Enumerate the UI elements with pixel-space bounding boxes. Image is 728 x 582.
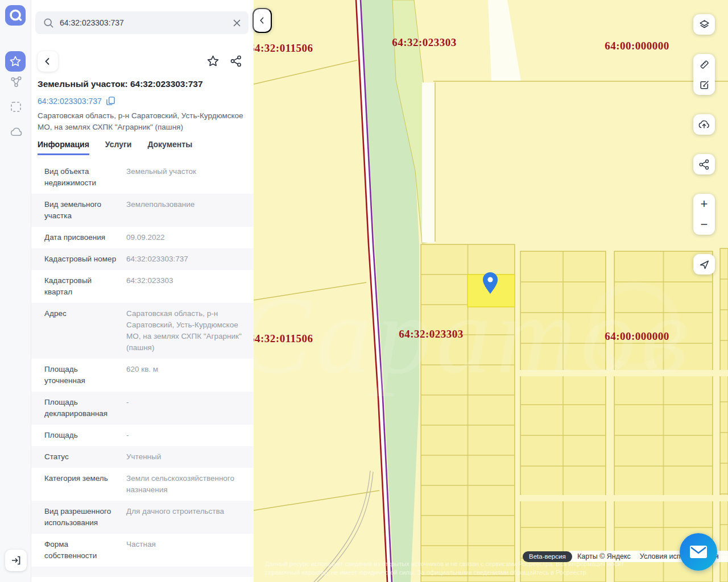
sidebar-item-cloud[interactable] xyxy=(9,125,23,139)
table-row: Вид земельного участкаЗемлепользование xyxy=(31,194,254,227)
favorite-button[interactable] xyxy=(206,55,220,68)
clear-search-icon[interactable] xyxy=(233,19,241,27)
table-row: Площадь декларированная- xyxy=(31,392,254,425)
chevron-left-icon xyxy=(42,56,53,67)
upload-button[interactable] xyxy=(693,114,715,135)
beta-badge: Beta-версия xyxy=(523,551,572,562)
logout-button[interactable] xyxy=(5,550,27,571)
tab-bar: Информация Услуги Документы xyxy=(38,140,192,155)
quarter-label: 64:32:011506 xyxy=(254,332,313,344)
back-button[interactable] xyxy=(38,51,58,72)
exit-icon xyxy=(10,555,22,566)
dashed-square-icon xyxy=(10,101,22,113)
sidebar-item-favorites[interactable] xyxy=(5,51,26,72)
disclaimer-line: справочный характер, не имеет юридическо… xyxy=(265,569,663,576)
table-row: Категория земельЗемли сельскохозяйственн… xyxy=(31,468,254,501)
quarter-label: 64:00:000000 xyxy=(605,330,669,342)
app-logo[interactable] xyxy=(5,5,26,26)
map-share-button[interactable] xyxy=(693,154,715,174)
table-row: Площадь уточненная620 кв. м xyxy=(31,359,254,392)
zoom-controls: + − xyxy=(693,194,715,235)
share-button[interactable] xyxy=(230,55,243,68)
measure-tools-group xyxy=(693,54,715,95)
app-window: Саратов 64:32:011506 64:32:023303 64:00:… xyxy=(0,0,728,582)
sidebar-item-objects[interactable] xyxy=(9,74,23,88)
disclaimer-line: Данный ресурс использует сведения из отк… xyxy=(265,560,663,567)
search-input[interactable] xyxy=(60,18,233,27)
ruler-icon xyxy=(698,59,710,70)
envelope-icon xyxy=(689,545,708,559)
cloud-upload-icon xyxy=(698,118,710,131)
tab-services[interactable]: Услуги xyxy=(105,140,132,155)
parcel-grid-d[interactable] xyxy=(720,248,728,582)
draw-button[interactable] xyxy=(693,74,715,95)
nodes-icon xyxy=(10,75,23,88)
detail-panel: Земельный участок: 64:32:023303:737 64:3… xyxy=(31,0,254,582)
locate-button[interactable] xyxy=(693,254,715,275)
cadastral-number-link[interactable]: 64:32:023303:737 xyxy=(38,97,102,106)
icon-rail xyxy=(0,0,31,582)
table-row: Вид объекта недвижимостиЗемельный участо… xyxy=(31,161,254,194)
yandex-copyright[interactable]: Карты © Яндекс xyxy=(577,552,631,560)
parcel-address: Саратовская область, р-н Саратовский, Ус… xyxy=(38,110,248,133)
navigation-arrow-icon xyxy=(698,259,710,271)
share-icon xyxy=(230,55,243,68)
share-icon xyxy=(698,159,710,171)
table-row xyxy=(31,567,254,577)
quarter-label: 64:32:023303 xyxy=(399,328,464,340)
page-title: Земельный участок: 64:32:023303:737 xyxy=(38,79,248,89)
cloud-icon xyxy=(10,126,23,139)
star-icon xyxy=(206,55,220,68)
info-table: Вид объекта недвижимостиЗемельный участо… xyxy=(31,161,254,577)
table-row: Площадь- xyxy=(31,425,254,446)
copy-icon[interactable] xyxy=(106,96,115,106)
layers-icon xyxy=(698,19,710,31)
table-row: АдресСаратовская область, р-н Саратовски… xyxy=(31,303,254,359)
table-row: Кадастровый квартал64:32:023303 xyxy=(31,270,254,303)
quarter-label: 64:32:011506 xyxy=(254,42,313,54)
layers-button[interactable] xyxy=(693,14,715,35)
table-row: Форма собственностиЧастная xyxy=(31,534,254,567)
ruler-button[interactable] xyxy=(693,54,715,74)
edit-icon xyxy=(698,79,710,91)
table-row: СтатусУчтенный xyxy=(31,446,254,468)
tab-documents[interactable]: Документы xyxy=(147,140,192,155)
zoom-in-button[interactable]: + xyxy=(693,194,715,214)
map-canvas[interactable]: Саратов 64:32:011506 64:32:023303 64:00:… xyxy=(254,0,728,582)
quarter-label: 64:00:000000 xyxy=(605,40,669,52)
search-icon xyxy=(43,18,54,28)
chevron-left-icon xyxy=(258,16,267,25)
zoom-out-button[interactable]: − xyxy=(693,214,715,235)
tab-information[interactable]: Информация xyxy=(38,140,89,155)
star-icon xyxy=(9,55,22,68)
collapse-panel-button[interactable] xyxy=(253,8,272,33)
table-row: Кадастровый номер64:32:023303:737 xyxy=(31,248,254,270)
logo-icon xyxy=(5,5,26,26)
sidebar-item-select-area[interactable] xyxy=(9,100,23,114)
quarter-label: 64:32:023303 xyxy=(392,36,457,48)
table-row: Вид разрешенного использованияДля дачног… xyxy=(31,501,254,534)
table-row: Дата присвоения09.09.2022 xyxy=(31,227,254,248)
search-bar[interactable] xyxy=(35,11,249,34)
chat-button[interactable] xyxy=(680,533,717,571)
